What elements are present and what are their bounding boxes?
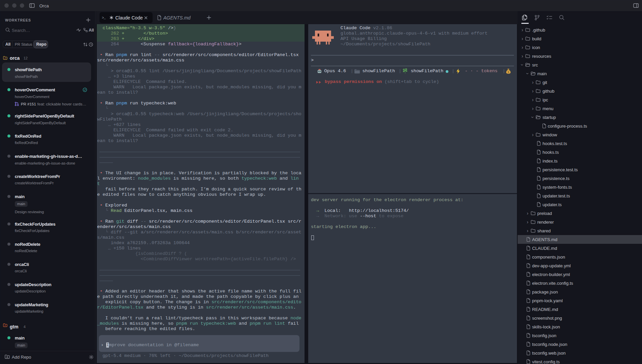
svg-text:$: $ <box>508 71 509 74</box>
